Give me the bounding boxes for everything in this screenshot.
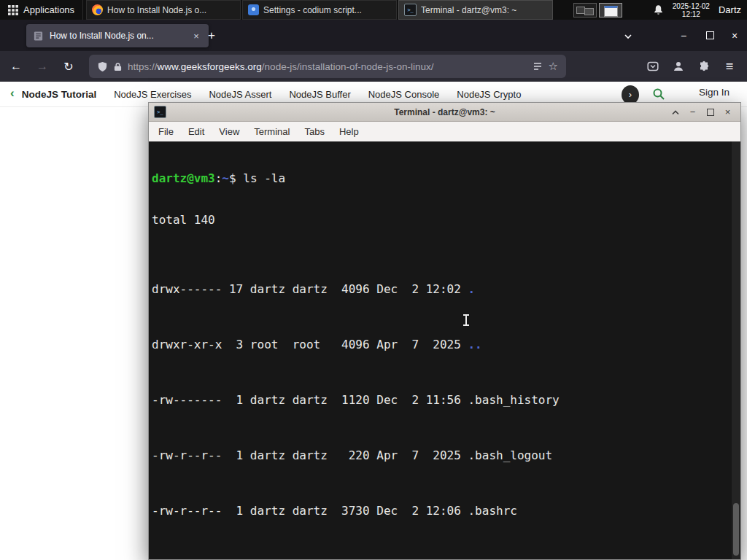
panel-clock: 2025-12-02 12:12 — [673, 2, 710, 18]
terminal-prompt-line: dartz@vm3:~$ ls -la — [152, 171, 740, 185]
terminal-output-line: drwx------ 17 dartz dartz 4096 Dec 2 12:… — [152, 282, 740, 296]
toolbar-right-icons: ≡ — [643, 56, 747, 77]
site-nav-items: NodeJS Tutorial NodeJS Exercises NodeJS … — [22, 89, 525, 100]
terminal-output-line: -rw-r--r-- 1 dartz dartz 3730 Dec 2 12:0… — [152, 504, 740, 518]
terminal-menubar: File Edit View Terminal Tabs Help — [149, 122, 740, 142]
site-search-button[interactable] — [652, 88, 665, 103]
terminal-output-line: -rw-r--r-- 1 dartz dartz 220 Apr 7 2025 … — [152, 448, 740, 462]
tab-title: How to Install Node.js on... — [50, 31, 185, 41]
reader-view-icon[interactable] — [533, 61, 543, 71]
screen: Applications How to Install Node.js o...… — [0, 0, 747, 560]
terminal-screen[interactable]: dartz@vm3:~$ ls -la total 140 drwx------… — [149, 141, 740, 559]
terminal-menu-item[interactable]: Edit — [181, 126, 212, 137]
window-title-label: Terminal - dartz@vm3: ~ — [421, 5, 516, 15]
terminal-menu-item[interactable]: Terminal — [247, 126, 297, 137]
pocket-icon[interactable] — [643, 56, 663, 77]
prompt-symbol: $ — [229, 171, 243, 185]
terminal-close-button[interactable]: × — [721, 106, 734, 118]
terminal-window-icon — [154, 106, 166, 118]
applications-grid-icon — [8, 5, 18, 15]
forward-button[interactable]: → — [32, 56, 53, 77]
browser-navigation-bar: ← → ↻ https://www.geeksforgeeks.org/node… — [0, 51, 747, 82]
tab-favicon — [33, 31, 44, 42]
clock-time: 12:12 — [673, 10, 710, 18]
site-nav-item[interactable]: NodeJS Crypto — [457, 89, 521, 100]
terminal-menu-item[interactable]: View — [212, 126, 247, 137]
window-maximize-button[interactable] — [699, 26, 721, 45]
terminal-output: drwx------ 17 dartz dartz 4096 Dec 2 12:… — [152, 254, 740, 559]
workspace-1[interactable] — [573, 3, 597, 18]
chevron-right-icon: › — [629, 89, 632, 100]
search-icon — [652, 88, 665, 101]
list-all-tabs-button[interactable] — [619, 28, 638, 45]
applications-menu-button[interactable]: Applications — [0, 0, 83, 20]
workspace-switcher[interactable] — [573, 3, 622, 18]
nav-scroll-left-chevron-icon[interactable]: ‹ — [10, 86, 15, 101]
tab-close-icon[interactable]: × — [190, 31, 202, 42]
account-icon[interactable] — [668, 56, 689, 77]
extensions-puzzle-icon[interactable] — [694, 56, 714, 77]
panel-window-list: How to Install Node.js o... Settings - c… — [86, 0, 554, 20]
file-attributes: -rw------- 1 dartz dartz 1120 Dec 2 11:5… — [152, 393, 468, 407]
terminal-rollup-button[interactable] — [669, 106, 681, 118]
file-attributes: drwx------ 17 dartz dartz 4096 Dec 2 12:… — [152, 282, 468, 296]
site-nav-item[interactable]: NodeJS Tutorial — [22, 89, 97, 100]
terminal-scrollbar-thumb[interactable] — [733, 503, 739, 556]
file-attributes: -rw-r--r-- 1 dartz dartz 3730 Dec 2 12:0… — [152, 504, 468, 518]
bookmark-star-icon[interactable]: ☆ — [549, 60, 558, 73]
panel-window-button[interactable]: Settings - codium script... — [242, 0, 397, 20]
applications-label: Applications — [23, 4, 74, 15]
new-tab-button[interactable]: + — [202, 26, 221, 45]
chevron-down-icon — [624, 32, 632, 41]
prompt-user-host: dartz@vm3 — [152, 171, 215, 185]
terminal-output-line: -rw------- 1 dartz dartz 1120 Dec 2 11:5… — [152, 393, 740, 407]
file-name: .bashrc — [468, 504, 516, 518]
terminal-menu-item[interactable]: File — [151, 126, 181, 137]
settings-icon — [248, 4, 259, 15]
browser-tab[interactable]: How to Install Node.js on... × — [26, 24, 209, 47]
maximize-icon — [706, 31, 714, 39]
site-nav-item[interactable]: NodeJS Assert — [209, 89, 271, 100]
site-nav-item[interactable]: NodeJS Buffer — [289, 89, 350, 100]
terminal-scrollbar[interactable] — [732, 141, 740, 559]
file-name: .. — [468, 338, 481, 351]
terminal-minimize-button[interactable]: − — [686, 106, 699, 118]
tracking-protection-shield-icon[interactable] — [97, 61, 108, 72]
terminal-icon — [404, 4, 417, 16]
file-attributes: drwxr-xr-x 3 root root 4096 Apr 7 2025 — [152, 338, 468, 351]
site-nav-item[interactable]: NodeJS Exercises — [114, 89, 191, 100]
url-host: www.geeksforgeeks.org — [158, 61, 262, 72]
menu-hamburger-icon[interactable]: ≡ — [719, 56, 740, 77]
notifications-bell-icon[interactable] — [653, 4, 664, 15]
firefox-icon — [92, 4, 103, 15]
url-path: /node-js/installation-of-node-js-on-linu… — [262, 61, 434, 72]
panel-user-label: Dartz — [719, 4, 741, 15]
terminal-maximize-button[interactable] — [704, 106, 716, 118]
url-bar[interactable]: https://www.geeksforgeeks.org/node-js/in… — [89, 55, 566, 78]
prompt-command: ls -la — [243, 171, 285, 185]
browser-tab-bar: How to Install Node.js on... × + − × — [0, 20, 747, 51]
window-close-button[interactable]: × — [724, 26, 746, 45]
terminal-window: Terminal - dartz@vm3: ~ − × File Edit Vi… — [148, 102, 741, 560]
lock-icon[interactable] — [114, 62, 122, 71]
url-protocol: https:// — [128, 61, 158, 72]
reload-button[interactable]: ↻ — [58, 56, 79, 77]
terminal-menu-item[interactable]: Tabs — [297, 126, 331, 137]
terminal-menu-item[interactable]: Help — [332, 126, 366, 137]
sign-in-button[interactable]: Sign In — [699, 87, 729, 98]
window-minimize-button[interactable]: − — [673, 26, 694, 45]
file-name: .bash_logout — [468, 448, 552, 462]
panel-tray: 2025-12-02 12:12 Dartz — [653, 2, 747, 18]
prompt-separator: : — [215, 171, 222, 185]
window-title-label: Settings - codium script... — [263, 5, 362, 15]
terminal-titlebar[interactable]: Terminal - dartz@vm3: ~ − × — [149, 103, 740, 122]
url-text[interactable]: https://www.geeksforgeeks.org/node-js/in… — [128, 61, 527, 72]
panel-window-button[interactable]: Terminal - dartz@vm3: ~ — [398, 0, 553, 20]
panel-window-button[interactable]: How to Install Node.js o... — [86, 0, 241, 20]
file-attributes: -rw-r--r-- 1 dartz dartz 220 Apr 7 2025 — [152, 448, 468, 462]
terminal-total-line: total 140 — [152, 213, 740, 227]
back-button[interactable]: ← — [6, 56, 26, 77]
site-nav-item[interactable]: NodeJS Console — [368, 89, 440, 100]
workspace-2[interactable] — [599, 3, 622, 18]
terminal-window-title: Terminal - dartz@vm3: ~ — [149, 107, 740, 117]
